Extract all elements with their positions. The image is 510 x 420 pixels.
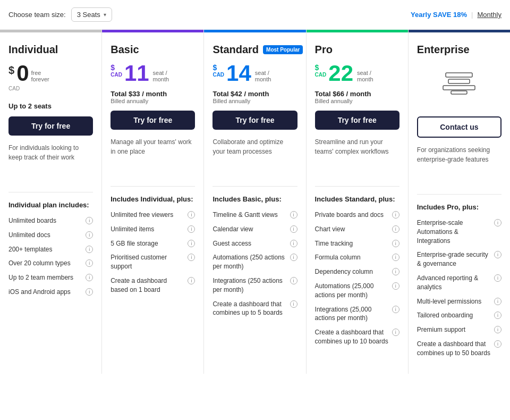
svg-rect-1 bbox=[448, 79, 470, 83]
feature-text: Advanced reporting & analytics bbox=[417, 274, 492, 292]
per-unit: month bbox=[357, 76, 373, 82]
cta-button[interactable]: Try for free bbox=[110, 111, 195, 130]
info-icon[interactable]: i bbox=[392, 268, 400, 275]
feature-text: Timeline & Gantt views bbox=[212, 211, 287, 220]
info-icon[interactable]: i bbox=[494, 298, 502, 305]
info-icon[interactable]: i bbox=[188, 240, 195, 247]
info-icon[interactable]: i bbox=[494, 274, 502, 282]
info-icon[interactable]: i bbox=[86, 274, 93, 281]
info-icon[interactable]: i bbox=[494, 312, 502, 319]
info-icon[interactable]: i bbox=[392, 254, 400, 261]
info-icon[interactable]: i bbox=[494, 326, 502, 333]
plan-name: StandardMost Popular bbox=[212, 44, 297, 56]
per-unit: seat / bbox=[357, 70, 373, 76]
includes-title: Includes Pro, plus: bbox=[417, 203, 502, 211]
feature-text: Automations (250 actions per month) bbox=[212, 253, 287, 271]
info-icon[interactable]: i bbox=[494, 340, 502, 348]
feature-item: Integrations (25,000 actions per month) … bbox=[315, 305, 400, 323]
info-icon[interactable]: i bbox=[494, 219, 502, 226]
cta-button[interactable]: Try for free bbox=[315, 111, 400, 130]
info-icon[interactable]: i bbox=[290, 211, 298, 219]
info-icon[interactable]: i bbox=[392, 225, 400, 233]
feature-text: 200+ templates bbox=[8, 245, 83, 254]
info-icon[interactable]: i bbox=[86, 288, 93, 296]
info-icon[interactable]: i bbox=[290, 254, 298, 261]
feature-text: Create a dashboard based on 1 board bbox=[110, 276, 185, 295]
toggle-divider: | bbox=[471, 11, 473, 19]
feature-item: iOS and Android apps i bbox=[8, 288, 93, 297]
info-icon[interactable]: i bbox=[392, 240, 400, 247]
feature-item: Integrations (250 actions per month) i bbox=[212, 276, 297, 295]
top-bar: Choose team size: 3 Seats ▾ Yearly SAVE … bbox=[0, 0, 510, 30]
price-row: $ CAD 22 seat /month bbox=[315, 62, 400, 85]
feature-text: Time tracking bbox=[315, 239, 390, 248]
total-price: Total $33 / month bbox=[110, 90, 195, 98]
feature-text: Integrations (25,000 actions per month) bbox=[315, 305, 390, 323]
most-popular-badge: Most Popular bbox=[263, 45, 303, 54]
info-icon[interactable]: i bbox=[290, 277, 298, 284]
info-icon[interactable]: i bbox=[392, 329, 400, 336]
info-icon[interactable]: i bbox=[188, 254, 195, 261]
feature-item: Up to 2 team members i bbox=[8, 273, 93, 282]
feature-text: Calendar view bbox=[212, 225, 287, 234]
currency-symbol: $ bbox=[110, 63, 122, 72]
info-icon[interactable]: i bbox=[86, 246, 93, 253]
currency-symbol: $ bbox=[212, 63, 224, 72]
feature-text: 5 GB file storage bbox=[110, 239, 185, 248]
info-icon[interactable]: i bbox=[494, 251, 502, 258]
section-divider bbox=[315, 186, 400, 187]
plan-card-enterprise: Enterprise Contact us For organizations … bbox=[409, 30, 510, 374]
monthly-link[interactable]: Monthly bbox=[477, 11, 502, 19]
feature-item: Unlimited free viewers i bbox=[110, 211, 195, 220]
feature-item: Premium support i bbox=[417, 325, 502, 334]
info-icon[interactable]: i bbox=[86, 231, 93, 239]
feature-item: Prioritised customer support i bbox=[110, 253, 195, 271]
price-amount: 0 bbox=[16, 62, 29, 85]
seat-select-dropdown[interactable]: 3 Seats ▾ bbox=[71, 7, 112, 22]
feature-text: Over 20 column types bbox=[8, 259, 83, 268]
info-icon[interactable]: i bbox=[86, 217, 93, 224]
svg-rect-0 bbox=[446, 73, 472, 77]
cta-button[interactable]: Try for free bbox=[212, 111, 297, 130]
feature-item: 200+ templates i bbox=[8, 245, 93, 254]
free-label: free bbox=[31, 70, 49, 76]
feature-item: Enterprise-grade security & governance i bbox=[417, 250, 502, 268]
cta-button[interactable]: Try for free bbox=[8, 116, 93, 136]
info-icon[interactable]: i bbox=[86, 259, 93, 267]
section-divider bbox=[417, 194, 502, 195]
feature-list: Unlimited free viewers i Unlimited items… bbox=[110, 211, 195, 300]
currency-symbol: $ bbox=[315, 63, 327, 72]
info-icon[interactable]: i bbox=[188, 211, 195, 219]
info-icon[interactable]: i bbox=[188, 225, 195, 233]
info-icon[interactable]: i bbox=[392, 306, 400, 313]
billed-note: Billed annually bbox=[110, 98, 195, 104]
team-size-label: Choose team size: bbox=[8, 11, 66, 19]
feature-list: Unlimited boards i Unlimited docs i 200+… bbox=[8, 216, 93, 302]
plan-description: Manage all your teams' work in one place bbox=[110, 137, 195, 169]
info-icon[interactable]: i bbox=[392, 211, 400, 219]
yearly-link[interactable]: Yearly SAVE 18% bbox=[411, 11, 467, 19]
plan-card-individual: Individual $ 0 free forever CAD Up to 2 … bbox=[0, 30, 102, 374]
plan-card-basic: Basic $ CAD 11 seat /month Total $33 / m… bbox=[102, 30, 204, 374]
includes-title: Includes Standard, plus: bbox=[315, 195, 400, 203]
seats-note: Up to 2 seats bbox=[8, 102, 93, 110]
info-icon[interactable]: i bbox=[290, 225, 298, 233]
feature-item: Tailored onboarding i bbox=[417, 311, 502, 320]
info-icon[interactable]: i bbox=[392, 282, 400, 290]
info-icon[interactable]: i bbox=[290, 300, 298, 308]
feature-list: Private boards and docs i Chart view i T… bbox=[315, 211, 400, 351]
currency-symbol: $ bbox=[8, 64, 14, 77]
feature-item: Guest access i bbox=[212, 239, 297, 248]
team-size-selector[interactable]: Choose team size: 3 Seats ▾ bbox=[8, 7, 112, 22]
feature-item: Enterprise-scale Automations & Integrati… bbox=[417, 219, 502, 245]
feature-text: Multi-level permissions bbox=[417, 297, 492, 306]
feature-item: Create a dashboard that combines up to 1… bbox=[315, 328, 400, 346]
plan-description: Streamline and run your teams' complex w… bbox=[315, 137, 400, 169]
info-icon[interactable]: i bbox=[290, 240, 298, 247]
per-unit: month bbox=[153, 76, 169, 82]
feature-item: Timeline & Gantt views i bbox=[212, 211, 297, 220]
feature-item: Create a dashboard based on 1 board i bbox=[110, 276, 195, 295]
feature-text: Unlimited items bbox=[110, 225, 185, 234]
info-icon[interactable]: i bbox=[188, 277, 195, 284]
cta-button[interactable]: Contact us bbox=[417, 116, 502, 138]
